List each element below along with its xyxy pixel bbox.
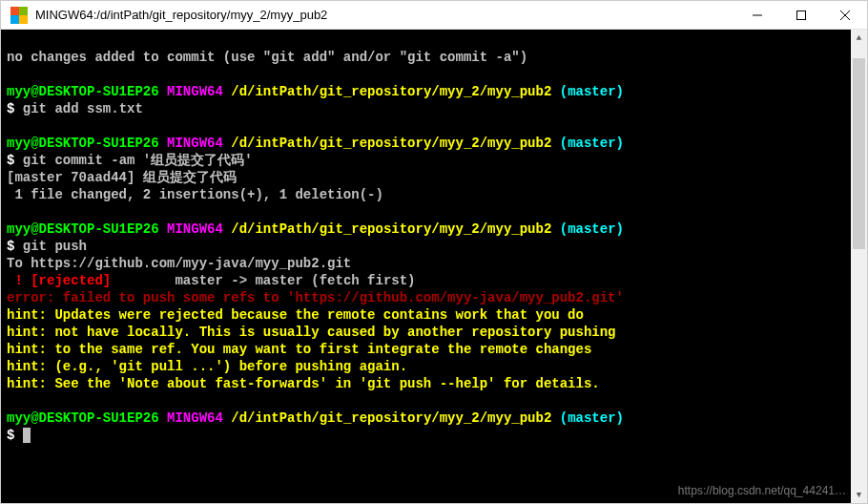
prompt-symbol: $	[7, 101, 23, 116]
rejected-bang: !	[7, 273, 31, 288]
command-text: git add ssm.txt	[23, 101, 143, 116]
hint-line: hint: to the same ref. You may want to f…	[7, 342, 591, 357]
hint-line: hint: Updates were rejected because the …	[7, 307, 584, 323]
svg-rect-1	[797, 10, 806, 19]
prompt-path: /d/intPath/git_repository/myy_2/myy_pub2	[231, 84, 551, 99]
minimize-button[interactable]	[735, 1, 779, 29]
scroll-thumb[interactable]	[853, 58, 865, 249]
cursor	[23, 428, 31, 443]
hint-line: hint: not have locally. This is usually …	[7, 325, 616, 340]
prompt-branch: (master)	[560, 136, 624, 151]
scrollbar[interactable]: ▲ ▼	[851, 30, 867, 503]
command-text: git push	[23, 239, 87, 254]
watermark: https://blog.csdn.net/qq_44241…	[678, 484, 846, 497]
rejected-label: [rejected]	[31, 273, 167, 288]
prompt-symbol: $	[7, 428, 23, 443]
error-line: error: failed to push some refs to 'http…	[7, 290, 624, 305]
hint-line: hint: (e.g., 'git pull ...') before push…	[7, 359, 407, 374]
rejected-rest: master -> master (fetch first)	[167, 273, 415, 288]
prompt-user: myy@DESKTOP-SU1EP26	[7, 136, 159, 151]
window-controls	[735, 1, 867, 29]
scroll-up-icon[interactable]: ▲	[851, 30, 867, 46]
prompt-path: /d/intPath/git_repository/myy_2/myy_pub2	[231, 410, 551, 426]
prompt-user: myy@DESKTOP-SU1EP26	[7, 410, 159, 426]
maximize-button[interactable]	[779, 1, 823, 29]
prompt-user: myy@DESKTOP-SU1EP26	[7, 84, 159, 99]
window-title: MINGW64:/d/intPath/git_repository/myy_2/…	[35, 8, 735, 22]
app-icon	[10, 7, 28, 24]
output-line: 1 file changed, 2 insertions(+), 1 delet…	[7, 187, 383, 202]
close-button[interactable]	[823, 1, 867, 29]
output-line: no changes added to commit (use "git add…	[7, 50, 527, 65]
hint-line: hint: See the 'Note about fast-forwards'…	[7, 376, 600, 391]
prompt-env: MINGW64	[167, 221, 223, 237]
output-line: [master 70aad44] 组员提交了代码	[7, 170, 237, 185]
prompt-branch: (master)	[560, 410, 624, 426]
command-text: git commit -am '组员提交了代码'	[23, 153, 253, 168]
prompt-env: MINGW64	[167, 84, 223, 99]
prompt-branch: (master)	[560, 84, 624, 99]
prompt-path: /d/intPath/git_repository/myy_2/myy_pub2	[231, 221, 551, 237]
scroll-down-icon[interactable]: ▼	[851, 487, 867, 503]
output-line: To https://github.com/myy-java/myy_pub2.…	[7, 256, 351, 271]
prompt-path: /d/intPath/git_repository/myy_2/myy_pub2	[231, 136, 551, 151]
prompt-branch: (master)	[560, 221, 624, 237]
titlebar: MINGW64:/d/intPath/git_repository/myy_2/…	[1, 1, 867, 30]
prompt-env: MINGW64	[167, 410, 223, 426]
terminal[interactable]: no changes added to commit (use "git add…	[1, 30, 867, 503]
prompt-symbol: $	[7, 153, 23, 168]
terminal-container: no changes added to commit (use "git add…	[1, 30, 867, 503]
prompt-user: myy@DESKTOP-SU1EP26	[7, 221, 159, 237]
prompt-symbol: $	[7, 239, 23, 254]
prompt-env: MINGW64	[167, 136, 223, 151]
